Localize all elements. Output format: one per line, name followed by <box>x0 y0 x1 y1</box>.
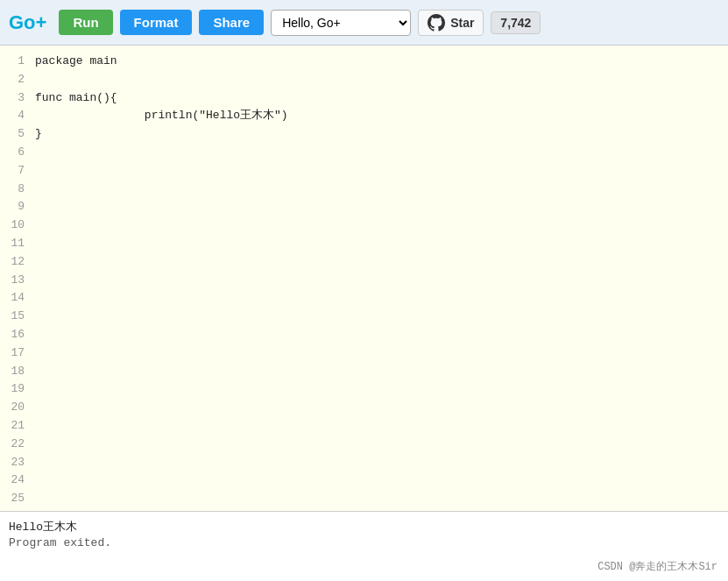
format-button[interactable]: Format <box>120 10 193 35</box>
github-star-button[interactable]: Star <box>418 10 484 36</box>
code-editor[interactable] <box>32 46 728 511</box>
share-button[interactable]: Share <box>199 10 264 35</box>
star-label: Star <box>450 16 474 30</box>
csdn-watermark: CSDN @奔走的王木木Sir <box>597 559 717 574</box>
star-count: 7,742 <box>491 11 541 34</box>
output-area: Hello王木木 Program exited. CSDN @奔走的王木木Sir <box>0 511 728 581</box>
snippet-select[interactable]: Hello, Go+ <box>271 10 411 36</box>
line-numbers: 1234567891011121314151617181920212223242… <box>0 46 32 511</box>
editor-area: 1234567891011121314151617181920212223242… <box>0 46 728 511</box>
output-result: Hello王木木 <box>9 519 719 535</box>
toolbar: Go+ Run Format Share Hello, Go+ Star 7,7… <box>0 0 728 46</box>
run-button[interactable]: Run <box>59 10 112 35</box>
logo: Go+ <box>9 11 46 34</box>
output-exit: Program exited. <box>9 536 719 549</box>
github-icon <box>428 14 445 32</box>
